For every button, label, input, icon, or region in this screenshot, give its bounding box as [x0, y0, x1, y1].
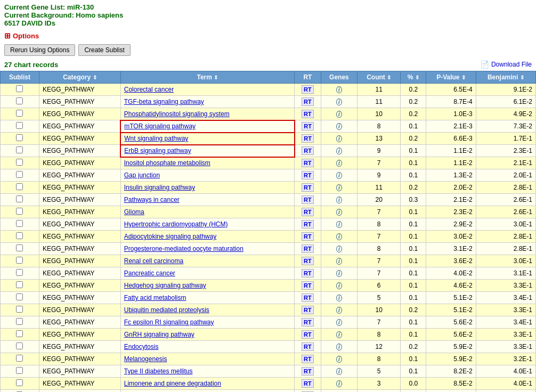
rt-link[interactable]: RT: [302, 220, 314, 228]
info-icon[interactable]: i: [336, 380, 342, 387]
sublist-checkbox[interactable]: [16, 330, 23, 337]
term-link[interactable]: mTOR signaling pathway: [124, 123, 196, 130]
term-link[interactable]: Hedgehog signaling pathway: [124, 282, 206, 289]
term-link[interactable]: Endocytosis: [124, 343, 159, 350]
create-sublist-button[interactable]: Create Sublist: [78, 44, 130, 56]
term-link[interactable]: ErbB signaling pathway: [124, 147, 191, 154]
sublist-checkbox[interactable]: [16, 379, 23, 386]
sublist-checkbox[interactable]: [16, 134, 23, 141]
sublist-checkbox[interactable]: [16, 269, 23, 276]
rt-link[interactable]: RT: [302, 244, 314, 253]
info-icon[interactable]: i: [336, 233, 342, 240]
info-icon[interactable]: i: [336, 172, 342, 179]
term-link[interactable]: Renal cell carcinoma: [124, 257, 183, 265]
rt-link[interactable]: RT: [302, 281, 314, 290]
info-icon[interactable]: i: [336, 148, 342, 154]
term-link[interactable]: Ubiquitin mediated proteolysis: [124, 306, 209, 314]
info-icon[interactable]: i: [336, 270, 342, 277]
info-icon[interactable]: i: [336, 295, 342, 301]
rt-link[interactable]: RT: [302, 232, 314, 241]
term-link[interactable]: Pathways in cancer: [124, 196, 180, 203]
info-icon[interactable]: i: [336, 160, 342, 167]
term-link[interactable]: Fatty acid metabolism: [124, 294, 186, 301]
term-link[interactable]: GnRH signaling pathway: [124, 331, 194, 338]
rt-link[interactable]: RT: [302, 195, 314, 204]
rt-link[interactable]: RT: [302, 269, 314, 277]
term-link[interactable]: TGF-beta signaling pathway: [124, 98, 204, 105]
rt-link[interactable]: RT: [302, 134, 314, 143]
term-link[interactable]: Glioma: [124, 208, 144, 216]
sublist-checkbox[interactable]: [16, 85, 23, 92]
rt-link[interactable]: RT: [302, 330, 314, 339]
info-icon[interactable]: i: [336, 356, 342, 363]
col-pvalue[interactable]: P-Value ⇕: [426, 71, 476, 84]
term-link[interactable]: Type II diabetes mellitus: [124, 368, 193, 375]
sublist-checkbox[interactable]: [16, 318, 23, 325]
col-term[interactable]: Term ⇕: [120, 71, 294, 84]
sublist-checkbox[interactable]: [16, 146, 23, 153]
info-icon[interactable]: i: [336, 331, 342, 338]
sublist-checkbox[interactable]: [16, 195, 23, 202]
term-link[interactable]: Hypertrophic cardiomyopathy (HCM): [124, 220, 228, 228]
sublist-checkbox[interactable]: [16, 293, 23, 300]
rt-link[interactable]: RT: [302, 159, 314, 167]
sublist-checkbox[interactable]: [16, 342, 23, 349]
sublist-checkbox[interactable]: [16, 281, 23, 288]
term-link[interactable]: Colorectal cancer: [124, 86, 174, 93]
rt-link[interactable]: RT: [302, 306, 314, 314]
sublist-checkbox[interactable]: [16, 367, 23, 374]
rt-link[interactable]: RT: [302, 342, 314, 351]
term-link[interactable]: Inositol phosphate metabolism: [124, 159, 210, 167]
rt-link[interactable]: RT: [302, 110, 314, 118]
info-icon[interactable]: i: [336, 368, 342, 375]
sublist-checkbox[interactable]: [16, 183, 23, 190]
info-icon[interactable]: i: [336, 246, 342, 252]
rt-link[interactable]: RT: [302, 293, 314, 302]
rt-link[interactable]: RT: [302, 183, 314, 192]
info-icon[interactable]: i: [336, 282, 342, 289]
term-link[interactable]: Melanogenesis: [124, 355, 167, 363]
sublist-checkbox[interactable]: [16, 159, 23, 166]
rt-link[interactable]: RT: [302, 367, 314, 375]
info-icon[interactable]: i: [336, 319, 342, 326]
term-link[interactable]: Wnt signaling pathway: [124, 135, 188, 142]
col-count[interactable]: Count ⇕: [358, 71, 401, 84]
info-icon[interactable]: i: [336, 99, 342, 105]
rt-link[interactable]: RT: [302, 146, 314, 155]
sublist-checkbox[interactable]: [16, 220, 23, 227]
info-icon[interactable]: i: [336, 344, 342, 350]
term-link[interactable]: Insulin signaling pathway: [124, 184, 195, 191]
info-icon[interactable]: i: [336, 86, 342, 93]
term-link[interactable]: Limonene and pinene degradation: [124, 380, 221, 387]
info-icon[interactable]: i: [336, 135, 342, 142]
sublist-checkbox[interactable]: [16, 97, 23, 104]
sublist-checkbox[interactable]: [16, 232, 23, 239]
rt-link[interactable]: RT: [302, 122, 314, 130]
col-category[interactable]: Category ⇕: [39, 71, 120, 84]
info-icon[interactable]: i: [336, 209, 342, 216]
info-icon[interactable]: i: [336, 307, 342, 314]
rt-link[interactable]: RT: [302, 171, 314, 179]
info-icon[interactable]: i: [336, 258, 342, 265]
sublist-checkbox[interactable]: [16, 306, 23, 313]
col-benjamini[interactable]: Benjamini ⇕: [476, 71, 535, 84]
info-icon[interactable]: i: [336, 111, 342, 118]
info-icon[interactable]: i: [336, 184, 342, 191]
term-link[interactable]: Phosphatidylinositol signaling system: [124, 110, 230, 118]
rt-link[interactable]: RT: [302, 318, 314, 326]
download-link[interactable]: 📄 Download File: [480, 60, 532, 69]
sublist-checkbox[interactable]: [16, 257, 23, 264]
rt-link[interactable]: RT: [302, 257, 314, 265]
sublist-checkbox[interactable]: [16, 208, 23, 215]
term-link[interactable]: Gap junction: [124, 172, 160, 179]
rerun-button[interactable]: Rerun Using Options: [4, 44, 75, 56]
rt-link[interactable]: RT: [302, 97, 314, 106]
sublist-checkbox[interactable]: [16, 244, 23, 251]
term-link[interactable]: Fc epsilon RI signaling pathway: [124, 318, 214, 326]
options-label[interactable]: Options: [13, 32, 39, 40]
info-icon[interactable]: i: [336, 123, 342, 130]
col-pct[interactable]: % ⇕: [401, 71, 426, 84]
sublist-checkbox[interactable]: [16, 171, 23, 178]
rt-link[interactable]: RT: [302, 85, 314, 94]
sublist-checkbox[interactable]: [16, 122, 23, 129]
